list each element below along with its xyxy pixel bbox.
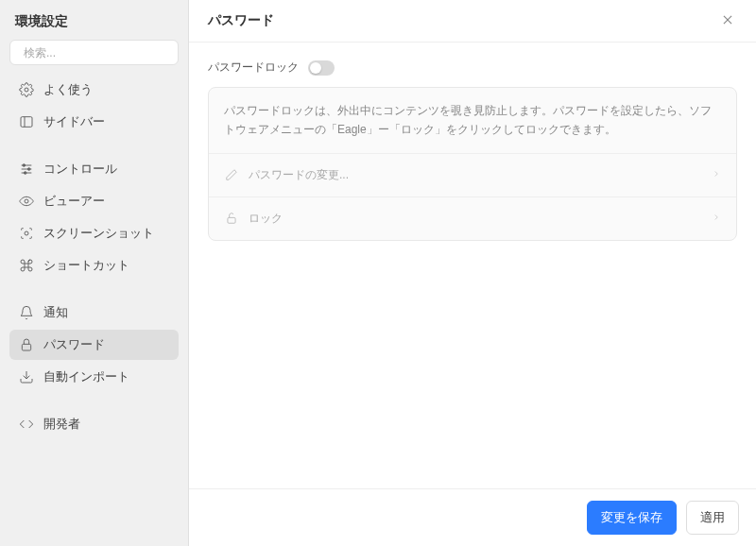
sidebar-item-label: 開発者 bbox=[43, 416, 80, 433]
sidebar: 環境設定 よく使う サイドバー コントロール bbox=[0, 0, 189, 546]
page-title: パスワード bbox=[208, 12, 274, 29]
svg-point-11 bbox=[25, 199, 28, 203]
password-lock-toggle[interactable] bbox=[308, 60, 335, 76]
sidebar-item-sidebar[interactable]: サイドバー bbox=[9, 107, 179, 137]
sidebar-item-label: 通知 bbox=[43, 304, 68, 321]
svg-rect-3 bbox=[21, 117, 32, 128]
close-icon bbox=[721, 13, 734, 29]
download-icon bbox=[19, 369, 34, 384]
sidebar-item-password[interactable]: パスワード bbox=[9, 330, 179, 360]
svg-point-12 bbox=[25, 231, 28, 235]
sidebar-item-label: ビューアー bbox=[43, 193, 105, 210]
nav-separator bbox=[9, 139, 179, 152]
close-button[interactable] bbox=[718, 11, 737, 30]
chevron-right-icon bbox=[712, 168, 721, 181]
sidebar-item-label: 自動インポート bbox=[43, 368, 129, 385]
command-icon bbox=[19, 258, 34, 273]
toggle-label: パスワードロック bbox=[208, 60, 299, 76]
sidebar-item-label: コントロール bbox=[43, 161, 117, 178]
eye-icon bbox=[19, 194, 34, 209]
password-panel: パスワードロックは、外出中にコンテンツを覗き見防止します。パスワードを設定したら… bbox=[208, 87, 737, 241]
sidebar-item-developer[interactable]: 開発者 bbox=[9, 409, 179, 439]
lock-open-icon bbox=[224, 211, 239, 226]
sidebar-item-notification[interactable]: 通知 bbox=[9, 298, 179, 328]
sidebar-item-control[interactable]: コントロール bbox=[9, 154, 179, 184]
chevron-right-icon bbox=[712, 212, 721, 225]
sidebar-nav: よく使う サイドバー コントロール ビューアー スクリーンショット bbox=[0, 75, 188, 439]
nav-separator bbox=[9, 394, 179, 407]
apply-button[interactable]: 適用 bbox=[686, 501, 739, 535]
lock-row[interactable]: ロック bbox=[209, 197, 736, 240]
change-password-label: パスワードの変更... bbox=[249, 167, 702, 183]
main: パスワード パスワードロック パスワードロックは、外出中にコンテンツを覗き見防止… bbox=[189, 0, 756, 546]
svg-point-9 bbox=[27, 168, 30, 171]
pencil-icon bbox=[224, 167, 239, 182]
svg-point-8 bbox=[23, 164, 26, 167]
change-password-row[interactable]: パスワードの変更... bbox=[209, 154, 736, 197]
svg-point-10 bbox=[24, 172, 26, 175]
search-input[interactable] bbox=[24, 46, 170, 60]
search-input-container[interactable] bbox=[9, 40, 179, 65]
svg-rect-17 bbox=[228, 218, 235, 224]
save-button[interactable]: 変更を保存 bbox=[587, 501, 677, 535]
sidebar-item-label: パスワード bbox=[43, 336, 105, 353]
svg-point-2 bbox=[25, 88, 28, 92]
sidebar-item-label: スクリーンショット bbox=[43, 225, 154, 242]
sidebar-item-label: よく使う bbox=[43, 81, 93, 98]
sidebar-item-label: サイドバー bbox=[43, 113, 105, 130]
sidebar-item-shortcut[interactable]: ショートカット bbox=[9, 250, 179, 281]
footer: 変更を保存 適用 bbox=[189, 488, 756, 546]
code-icon bbox=[19, 417, 34, 432]
password-description: パスワードロックは、外出中にコンテンツを覗き見防止します。パスワードを設定したら… bbox=[209, 88, 736, 154]
bell-icon bbox=[19, 305, 34, 320]
gear-icon bbox=[19, 82, 34, 97]
password-lock-toggle-row: パスワードロック bbox=[208, 60, 737, 76]
screenshot-icon bbox=[19, 226, 34, 241]
sidebar-item-screenshot[interactable]: スクリーンショット bbox=[9, 218, 179, 248]
sidebar-title: 環境設定 bbox=[0, 0, 188, 40]
main-header: パスワード bbox=[189, 0, 756, 43]
lock-label: ロック bbox=[249, 211, 702, 227]
lock-icon bbox=[19, 337, 34, 352]
content: パスワードロック パスワードロックは、外出中にコンテンツを覗き見防止します。パス… bbox=[189, 43, 756, 488]
sidebar-item-label: ショートカット bbox=[43, 257, 129, 274]
sliders-icon bbox=[19, 162, 34, 177]
nav-separator bbox=[9, 282, 179, 296]
svg-rect-13 bbox=[22, 344, 30, 350]
sidebar-item-autoimport[interactable]: 自動インポート bbox=[9, 362, 179, 392]
sidebar-item-viewer[interactable]: ビューアー bbox=[9, 186, 179, 216]
sidebar-item-frequent[interactable]: よく使う bbox=[9, 75, 179, 105]
sidebar-icon bbox=[19, 114, 34, 129]
search-wrap bbox=[0, 40, 188, 75]
